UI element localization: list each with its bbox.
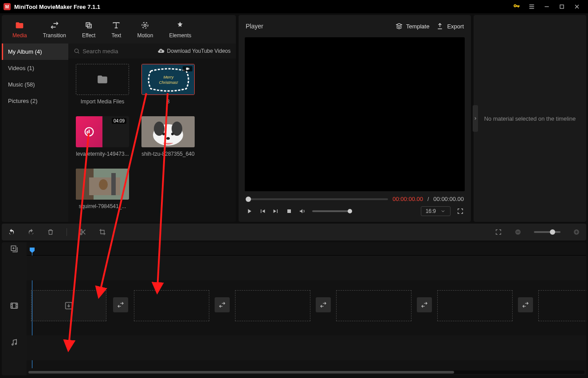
player-panel: Player Template Export 00:00:00.00 / 00:…: [239, 15, 471, 222]
folder-icon: [97, 74, 108, 85]
tab-elements-label: Elements: [169, 32, 191, 39]
timeline-scrollbar[interactable]: [28, 370, 584, 374]
tab-effect[interactable]: Effect: [74, 15, 103, 43]
media-thumb-squirrel: [76, 169, 129, 200]
search-input[interactable]: [82, 48, 153, 55]
svg-text:Merry: Merry: [164, 75, 174, 79]
media-item-8-label: 8: [167, 98, 170, 105]
template-label: Template: [406, 23, 430, 30]
volume-icon[interactable]: [299, 208, 306, 215]
sidebar-item-myalbum[interactable]: My Album (4): [2, 43, 68, 60]
text-track[interactable]: [27, 256, 586, 280]
svg-point-32: [12, 344, 13, 345]
clip-slot[interactable]: [31, 290, 106, 321]
undo-icon[interactable]: [8, 228, 15, 236]
maximize-button[interactable]: [554, 0, 569, 13]
media-item-8[interactable]: Merry Christmas! 8: [139, 64, 197, 113]
tab-text-label: Text: [111, 32, 121, 39]
video-track[interactable]: [27, 287, 586, 325]
tab-transition[interactable]: Transition: [35, 15, 74, 43]
svg-rect-29: [576, 231, 576, 234]
duration-badge: 04:09: [112, 118, 126, 124]
svg-point-24: [80, 233, 82, 235]
export-button[interactable]: Export: [436, 23, 464, 30]
skip-forward-icon[interactable]: [272, 208, 279, 215]
transition-slot[interactable]: [215, 297, 230, 312]
template-button[interactable]: Template: [396, 23, 430, 30]
upgrade-key-icon[interactable]: [509, 0, 524, 13]
media-item-audio[interactable]: 04:09 leva-eternity-149473...: [74, 116, 131, 165]
tab-effect-label: Effect: [82, 32, 95, 39]
zoom-out-icon[interactable]: [514, 228, 521, 236]
player-viewport[interactable]: [245, 37, 465, 191]
volume-handle[interactable]: [348, 209, 352, 213]
scrub-bar[interactable]: [246, 198, 388, 200]
aspect-select[interactable]: 16:9: [421, 206, 451, 216]
chevron-right-icon: [473, 116, 478, 121]
fullscreen-icon[interactable]: [457, 208, 464, 215]
media-thumb-dog: [141, 116, 195, 147]
window-titlebar: M MiniTool MovieMaker Free 7.1.1: [0, 0, 588, 13]
clip-slot[interactable]: [336, 290, 412, 321]
player-title: Player: [246, 23, 388, 30]
video-badge-icon: [183, 66, 192, 71]
time-separator: /: [427, 196, 429, 202]
scrollbar-thumb[interactable]: [28, 371, 454, 374]
split-icon[interactable]: [79, 228, 86, 236]
timeline-ruler[interactable]: [27, 242, 586, 256]
redo-icon[interactable]: [27, 228, 35, 236]
media-item-dog[interactable]: shih-tzu-8287355_640: [139, 116, 197, 165]
sidebar-item-music[interactable]: Music (58): [2, 76, 68, 93]
sidebar-item-pictures[interactable]: Pictures (2): [2, 93, 68, 109]
hamburger-menu-icon[interactable]: [524, 0, 539, 13]
tab-text[interactable]: Text: [103, 15, 129, 43]
stop-icon[interactable]: [286, 208, 293, 215]
delete-icon[interactable]: [47, 228, 54, 236]
tab-motion[interactable]: Motion: [129, 15, 161, 43]
svg-point-33: [15, 343, 16, 345]
clip-slot[interactable]: [437, 290, 513, 321]
clip-slot[interactable]: [134, 290, 209, 321]
svg-rect-31: [11, 303, 18, 308]
media-item-squirrel[interactable]: squirrel-7984541_...: [74, 169, 131, 217]
zoom-handle[interactable]: [550, 229, 555, 235]
audio-track[interactable]: [27, 335, 586, 360]
zoom-slider[interactable]: [534, 231, 561, 233]
volume-slider[interactable]: [312, 210, 352, 212]
tab-media[interactable]: Media: [4, 15, 35, 43]
fit-icon[interactable]: [495, 228, 502, 236]
play-icon[interactable]: [246, 208, 253, 215]
transition-slot[interactable]: [518, 297, 533, 312]
clip-slot[interactable]: [235, 290, 310, 321]
skip-back-icon[interactable]: [259, 208, 266, 215]
media-sidebar: My Album (4) Videos (1) Music (58) Pictu…: [2, 43, 68, 222]
tab-media-label: Media: [12, 32, 27, 39]
close-button[interactable]: [569, 0, 584, 13]
cloud-download-icon: [157, 47, 165, 55]
media-item-squirrel-label: squirrel-7984541_...: [79, 203, 126, 209]
download-slot-icon: [64, 301, 74, 311]
tab-elements[interactable]: Elements: [161, 15, 199, 43]
add-track-icon[interactable]: [2, 242, 27, 256]
import-media-button[interactable]: Import Media Files: [74, 64, 131, 113]
svg-rect-22: [287, 209, 291, 213]
download-youtube-button[interactable]: Download YouTube Videos: [157, 47, 231, 55]
transition-slot[interactable]: [316, 297, 331, 312]
zoom-in-icon[interactable]: [573, 228, 580, 236]
time-current: 00:00:00.00: [392, 196, 423, 202]
search-icon: [74, 47, 80, 55]
svg-point-3: [144, 24, 146, 27]
svg-rect-0: [560, 5, 564, 8]
scrub-handle[interactable]: [246, 197, 251, 202]
search-input-wrap[interactable]: [74, 47, 153, 55]
transition-slot[interactable]: [113, 297, 128, 312]
transition-slot[interactable]: [417, 297, 432, 312]
app-logo-icon: M: [4, 3, 11, 10]
panel-collapse-handle[interactable]: [473, 105, 478, 132]
minimize-button[interactable]: [539, 0, 554, 13]
crop-icon[interactable]: [99, 228, 106, 236]
sidebar-item-videos[interactable]: Videos (1): [2, 60, 68, 76]
tab-motion-label: Motion: [137, 32, 153, 39]
clip-slot[interactable]: [538, 290, 586, 321]
export-icon: [436, 23, 443, 30]
